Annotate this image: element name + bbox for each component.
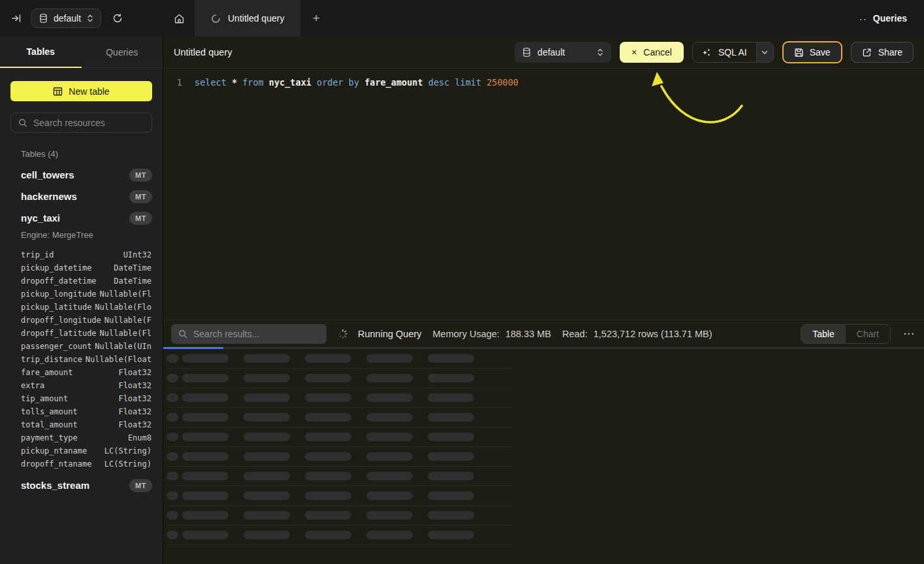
sql-ai-label: SQL AI xyxy=(718,47,747,58)
skeleton-cell xyxy=(182,393,229,402)
view-toggle-table[interactable]: Table xyxy=(801,325,845,343)
column-row[interactable]: total_amountFloat32 xyxy=(21,418,151,431)
tab-untitled-query[interactable]: Untitled query xyxy=(195,0,300,37)
table-row-hackernews[interactable]: hackernews MT xyxy=(0,186,163,207)
collapse-sidebar-icon[interactable] xyxy=(11,13,22,24)
database-icon xyxy=(39,14,48,23)
skeleton-cell xyxy=(366,491,413,500)
chevron-updown-icon xyxy=(87,14,93,23)
save-button[interactable]: Save xyxy=(782,41,842,63)
column-row[interactable]: fare_amountFloat32 xyxy=(21,366,151,379)
database-selector-header[interactable]: default xyxy=(515,42,611,63)
memory-usage-label: Memory Usage: xyxy=(433,329,500,339)
column-row[interactable]: passenger_countNullable(UIn xyxy=(21,340,151,353)
column-row[interactable]: trip_idUInt32 xyxy=(21,248,151,261)
skeleton-cell xyxy=(182,531,229,539)
table-grid-icon xyxy=(53,87,63,96)
sql-token: desc xyxy=(428,77,450,88)
engine-badge: MT xyxy=(129,169,152,182)
column-type: Nullable(Fl xyxy=(100,290,151,299)
table-row-stocks-stream[interactable]: stocks_stream MT xyxy=(0,474,163,496)
column-name: pickup_ntaname xyxy=(21,446,87,456)
sidebar-tab-queries[interactable]: Queries xyxy=(82,37,163,68)
refresh-icon[interactable] xyxy=(112,13,123,24)
view-toggle: Table Chart xyxy=(801,324,891,344)
column-row[interactable]: pickup_latitudeNullable(Flo xyxy=(21,301,151,314)
home-button[interactable] xyxy=(163,0,195,37)
sql-ai-button[interactable]: SQL AI xyxy=(692,42,774,63)
view-toggle-chart[interactable]: Chart xyxy=(846,325,890,343)
column-type: Float32 xyxy=(118,368,151,377)
column-name: tolls_amount xyxy=(21,407,78,416)
table-row-cell-towers[interactable]: cell_towers MT xyxy=(0,164,163,186)
column-name: dropoff_longitude xyxy=(21,316,101,325)
column-row[interactable]: dropoff_datetimeDateTime xyxy=(21,274,151,288)
skeleton-cell xyxy=(428,452,474,461)
column-row[interactable]: pickup_longitudeNullable(Fl xyxy=(21,288,151,301)
sql-ai-caret-button[interactable] xyxy=(756,42,773,62)
share-button[interactable]: Share xyxy=(851,42,914,63)
sql-token: from xyxy=(242,77,264,88)
new-tab-button[interactable]: + xyxy=(300,0,332,37)
skeleton-cell xyxy=(182,511,229,520)
memory-usage-metric: Memory Usage: 188.33 MB xyxy=(433,329,551,339)
sidebar-tab-tables[interactable]: Tables xyxy=(0,37,82,68)
table-name: nyc_taxi xyxy=(21,212,60,224)
skeleton-cell xyxy=(305,393,351,402)
column-type: Float32 xyxy=(118,420,151,429)
column-type: Float32 xyxy=(118,394,151,403)
sidebar-search-input[interactable]: Search resources xyxy=(10,112,152,133)
column-row[interactable]: payment_typeEnum8 xyxy=(21,431,151,444)
skeleton-cell xyxy=(305,374,351,382)
new-table-button[interactable]: New table xyxy=(10,81,152,101)
column-row[interactable]: dropoff_ntanameLC(String) xyxy=(21,457,151,471)
share-icon xyxy=(862,48,872,58)
table-name: hackernews xyxy=(21,191,77,202)
line-number: 1 xyxy=(174,77,182,88)
column-row[interactable]: dropoff_latitudeNullable(Fl xyxy=(21,327,151,340)
queries-link[interactable]: Queries xyxy=(873,13,907,24)
skeleton-cell xyxy=(305,531,351,539)
table-row-nyc-taxi[interactable]: nyc_taxi MT xyxy=(0,207,163,229)
skeleton-cell xyxy=(167,511,178,520)
column-row[interactable]: trip_distanceNullable(Float xyxy=(21,353,151,366)
skeleton-row xyxy=(167,467,511,486)
skeleton-cell xyxy=(244,374,290,382)
skeleton-row xyxy=(167,427,511,447)
skeleton-cell xyxy=(182,374,229,382)
skeleton-cell xyxy=(244,393,290,402)
skeleton-row xyxy=(167,447,511,467)
loading-spinner-icon xyxy=(338,329,348,339)
column-name: trip_distance xyxy=(21,355,82,364)
more-options-button[interactable]: ⋯ xyxy=(903,327,915,340)
column-name: pickup_latitude xyxy=(21,303,91,312)
column-row[interactable]: pickup_ntanameLC(String) xyxy=(21,444,151,457)
column-row[interactable]: tolls_amountFloat32 xyxy=(21,405,151,418)
share-label: Share xyxy=(878,47,902,58)
skeleton-cell xyxy=(305,413,351,422)
column-row[interactable]: extraFloat32 xyxy=(21,379,151,392)
column-type: Enum8 xyxy=(128,433,151,442)
cancel-button[interactable]: × Cancel xyxy=(620,42,684,63)
cancel-label: Cancel xyxy=(643,47,672,58)
sql-ai-main[interactable]: SQL AI xyxy=(693,42,756,62)
topbar-left: default xyxy=(0,0,163,37)
column-type: UInt32 xyxy=(123,250,151,259)
skeleton-row xyxy=(167,525,511,545)
skeleton-cell xyxy=(366,393,413,402)
column-row[interactable]: pickup_datetimeDateTime xyxy=(21,261,151,274)
column-row[interactable]: tip_amountFloat32 xyxy=(21,392,151,405)
column-row[interactable]: dropoff_longitudeNullable(F xyxy=(21,314,151,327)
skeleton-cell xyxy=(167,374,178,382)
memory-usage-value: 188.33 MB xyxy=(505,329,551,339)
skeleton-cell xyxy=(167,413,178,422)
save-label: Save xyxy=(810,47,831,58)
skeleton-cell xyxy=(305,433,351,441)
skeleton-cell xyxy=(244,354,290,363)
results-search-input[interactable]: Search results... xyxy=(171,324,327,344)
skeleton-cell xyxy=(182,491,229,500)
database-selector-topbar[interactable]: default xyxy=(31,8,101,28)
sql-editor[interactable]: 1 select * from nyc_taxi order by fare_a… xyxy=(163,69,924,320)
engine-badge: MT xyxy=(129,212,152,225)
sql-token: fare_amount xyxy=(364,77,422,88)
